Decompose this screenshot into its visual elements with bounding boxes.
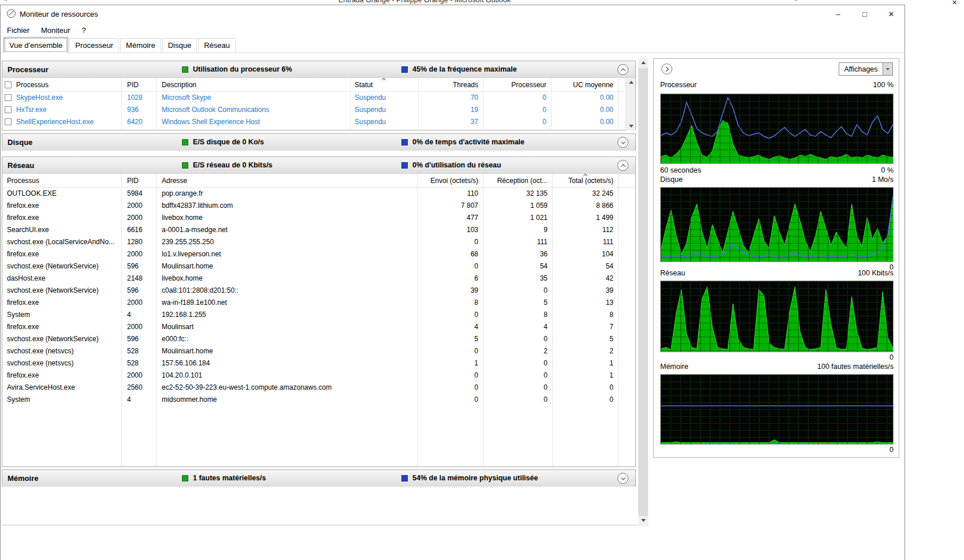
cpu-table-header: Processus PID Description Statut Threads… (2, 78, 635, 92)
network-row[interactable]: svchost.exe (netsvcs)528Moulinsart.home0… (2, 345, 635, 357)
network-row[interactable]: System4192.168.1.255088 (2, 309, 635, 321)
network-row[interactable]: firefox.exe2000Moulinsart447 (2, 321, 635, 333)
row-checkbox[interactable] (5, 106, 12, 113)
panel-collapse-button[interactable] (661, 64, 672, 74)
cell: 477 (417, 212, 483, 224)
select-all-checkbox[interactable] (5, 81, 12, 88)
views-dropdown-arrow[interactable] (883, 63, 892, 75)
cell: 2000 (121, 212, 156, 224)
network-table: Processus PID Adresse Envoi (octets/s) R… (2, 174, 635, 466)
network-row[interactable]: firefox.exe2000bdffx42837.lithium.com7 8… (2, 200, 635, 212)
network-row[interactable]: svchost.exe (NetworkService)596Moulinsar… (2, 260, 635, 272)
cell: 42 (552, 272, 618, 285)
cell: 0 (417, 394, 483, 406)
cell: 6420 (121, 116, 156, 128)
network-row[interactable]: System4midsommer.home000 (2, 394, 635, 406)
col-pid[interactable]: PID (121, 177, 156, 185)
tab-reseau[interactable]: Réseau (198, 38, 236, 53)
col-pid[interactable]: PID (121, 81, 156, 89)
cell: 70 (418, 92, 483, 104)
network-row[interactable]: firefox.exe2000livebox.home4771 0211 499 (2, 212, 635, 224)
cpu-chart-title: Processeur (660, 81, 697, 89)
tab-processeur[interactable]: Processeur (69, 38, 119, 53)
cell: 596 (121, 285, 156, 297)
cell: 1 499 (552, 212, 618, 224)
blue-indicator-icon (401, 66, 408, 73)
network-row[interactable]: firefox.exe2000104.20.0.101001 (2, 369, 635, 382)
cell: 0.00 (551, 116, 618, 128)
network-row[interactable]: OUTLOOK.EXE5984pop.orange.fr11032 13532 … (2, 188, 635, 200)
cell: 103 (417, 224, 483, 236)
menu-moniteur[interactable]: Moniteur (35, 24, 76, 36)
cell: a-0001.a-msedge.net (156, 224, 417, 236)
cell: 0 (483, 92, 551, 104)
network-row[interactable]: Avira.ServiceHost.exe2560ec2-52-50-39-22… (2, 382, 635, 394)
memory-faults-stat: 1 fautes matérielles/s (193, 474, 266, 482)
cell: 5 (417, 333, 483, 345)
col-description[interactable]: Description (156, 81, 350, 89)
cell: firefox.exe (2, 321, 121, 333)
network-row[interactable]: firefox.exe2000lo1.v.liveperson.net68361… (2, 248, 635, 260)
col-threads[interactable]: Threads (418, 81, 483, 89)
cpu-chart-time-label: 60 secondes (660, 166, 701, 174)
col-statut[interactable]: Statut (350, 81, 418, 89)
chevron-up-icon: ^ (795, 0, 797, 4)
views-button[interactable]: Affichages (839, 62, 893, 76)
scrollbar-thumb[interactable] (638, 68, 648, 516)
scroll-down-button[interactable] (638, 516, 648, 526)
scroll-up-button[interactable] (638, 58, 648, 68)
network-row[interactable]: SearchUI.exe6616a-0001.a-msedge.net10391… (2, 224, 635, 236)
cpu-process-row[interactable]: ShellExperienceHost.exe6420Windows Shell… (2, 116, 635, 128)
cell: System (2, 309, 121, 321)
disk-expand-button[interactable] (617, 137, 628, 148)
menu-help[interactable]: ? (76, 24, 92, 36)
network-row[interactable]: svchost.exe (NetworkService)596e000:fc::… (2, 333, 635, 345)
cell: 2000 (121, 321, 156, 333)
cpu-table-scrollbar[interactable] (626, 78, 635, 130)
cell: Moulinsart.home (156, 345, 417, 357)
scroll-down-button[interactable] (626, 122, 635, 130)
process-name-cell: ShellExperienceHost.exe (2, 116, 121, 128)
maximize-button[interactable]: □ (851, 5, 878, 23)
network-row[interactable]: firefox.exe2000wa-in-f189.1e100.net8513 (2, 297, 635, 309)
network-section-title: Réseau (8, 161, 34, 170)
cell: e000:fc:: (156, 333, 417, 345)
memory-expand-button[interactable] (617, 473, 628, 484)
cell: 0 (417, 382, 483, 394)
scroll-up-button[interactable] (626, 78, 635, 87)
chevron-up-icon: ^ (5, 0, 7, 4)
menu-fichier[interactable]: Fichier (1, 24, 35, 36)
green-indicator-icon (182, 139, 188, 145)
cpu-process-row[interactable]: SkypeHost.exe1028Microsoft SkypeSuspendu… (2, 92, 635, 104)
cell: 68 (417, 248, 483, 260)
minimize-button[interactable]: – (825, 5, 851, 23)
col-envoi[interactable]: Envoi (octets/s) (417, 177, 483, 185)
network-collapse-button[interactable] (617, 160, 628, 171)
cell: 37 (418, 116, 483, 128)
cpu-collapse-button[interactable] (617, 64, 628, 75)
network-row[interactable]: svchost.exe (LocalServiceAndNo...1280239… (2, 236, 635, 248)
close-button[interactable]: ✕ (878, 5, 905, 23)
col-processeur[interactable]: Processeur (483, 81, 551, 89)
col-uc-moyenne[interactable]: UC moyenne (551, 81, 618, 89)
background-close-icon[interactable]: ✕ (952, 0, 957, 5)
network-row[interactable]: dasHost.exe2148livebox.home63542 (2, 272, 635, 285)
cell: 157.56.106.184 (156, 357, 417, 369)
network-row[interactable]: svchost.exe (netsvcs)528157.56.106.18410… (2, 357, 635, 369)
col-reception[interactable]: Réception (oct... (483, 177, 552, 185)
row-checkbox[interactable] (5, 118, 12, 125)
cell: 0.00 (551, 104, 618, 116)
cpu-process-row[interactable]: HxTsr.exe936Microsoft Outlook Communicat… (2, 104, 635, 116)
main-vertical-scrollbar[interactable] (638, 58, 648, 526)
col-processus[interactable]: Processus (2, 177, 121, 185)
chevron-down-icon (620, 475, 625, 480)
tab-disque[interactable]: Disque (162, 38, 197, 53)
col-adresse[interactable]: Adresse (156, 177, 417, 185)
network-row[interactable]: svchost.exe (NetworkService)596c0a8:101:… (2, 285, 635, 297)
green-indicator-icon (182, 66, 188, 73)
tab-vue-densemble[interactable]: Vue d'ensemble (3, 37, 68, 53)
cell: svchost.exe (NetworkService) (2, 260, 121, 272)
cell: 6616 (121, 224, 156, 236)
tab-memoire[interactable]: Mémoire (120, 38, 161, 53)
row-checkbox[interactable] (5, 94, 12, 101)
